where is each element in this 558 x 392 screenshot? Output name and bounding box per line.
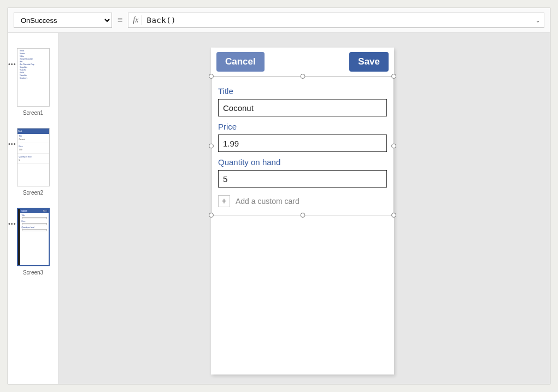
add-card-label: Add a custom card <box>236 197 299 206</box>
resize-handle[interactable] <box>391 143 396 148</box>
thumb-label: Screen1 <box>23 110 43 116</box>
more-icon[interactable]: ••• <box>8 63 16 65</box>
quantity-input[interactable] <box>218 170 387 188</box>
formula-input[interactable] <box>142 16 532 25</box>
screen-thumb-1[interactable]: ••• Vanilla Banana Coffee Orange Chocola… <box>10 48 56 116</box>
canvas[interactable]: Cancel Save Title <box>58 33 550 384</box>
app-header: Cancel Save <box>211 48 394 76</box>
screen-thumbnails: ••• Vanilla Banana Coffee Orange Chocola… <box>8 33 58 384</box>
fx-icon: fx <box>128 15 142 25</box>
screen-thumb-2[interactable]: ••• Back Title Coconut Price 1.99 Quanti… <box>10 128 56 196</box>
field-price: Price <box>218 122 387 152</box>
resize-handle[interactable] <box>300 213 305 218</box>
thumb-preview-1: Vanilla Banana Coffee Orange Chocolate M… <box>17 48 50 107</box>
save-button[interactable]: Save <box>349 52 389 72</box>
chevron-down-icon[interactable]: ⌄ <box>532 17 544 24</box>
field-quantity: Quantity on hand <box>218 157 387 188</box>
thumb-label: Screen3 <box>23 270 43 276</box>
plus-icon: + <box>218 195 230 207</box>
cancel-button[interactable]: Cancel <box>216 52 265 72</box>
thumb-preview-2: Back Title Coconut Price 1.99 Quantity o… <box>17 128 50 186</box>
formula-bar: OnSuccess = fx ⌄ <box>8 8 550 33</box>
screen-thumb-3[interactable]: ••• Cancel Save Title Price Quantity on … <box>10 208 56 276</box>
price-input[interactable] <box>218 134 387 152</box>
thumb-label: Screen2 <box>23 190 43 196</box>
phone-preview: Cancel Save Title <box>211 48 394 375</box>
resize-handle[interactable] <box>209 74 214 79</box>
resize-handle[interactable] <box>391 213 396 218</box>
formula-box: fx ⌄ <box>128 13 544 28</box>
resize-handle[interactable] <box>209 213 214 218</box>
title-input[interactable] <box>218 99 387 116</box>
field-title: Title <box>218 86 387 116</box>
field-label: Quantity on hand <box>218 157 387 167</box>
resize-handle[interactable] <box>300 74 305 79</box>
property-dropdown[interactable]: OnSuccess <box>14 13 112 28</box>
thumb-preview-3: Cancel Save Title Price Quantity on hand <box>17 208 50 266</box>
resize-handle[interactable] <box>391 74 396 79</box>
edit-form[interactable]: Title Price Quantity on hand + Add a cus… <box>211 76 394 215</box>
equals-sign: = <box>116 15 124 25</box>
resize-handle[interactable] <box>209 143 214 148</box>
editor-body: ••• Vanilla Banana Coffee Orange Chocola… <box>8 33 550 384</box>
add-custom-card[interactable]: + Add a custom card <box>218 195 387 207</box>
more-icon[interactable]: ••• <box>8 223 16 225</box>
more-icon[interactable]: ••• <box>8 143 16 145</box>
field-label: Title <box>218 86 387 96</box>
app-frame: OnSuccess = fx ⌄ ••• Vanilla Banana Coff… <box>8 8 550 384</box>
field-label: Price <box>218 122 387 131</box>
